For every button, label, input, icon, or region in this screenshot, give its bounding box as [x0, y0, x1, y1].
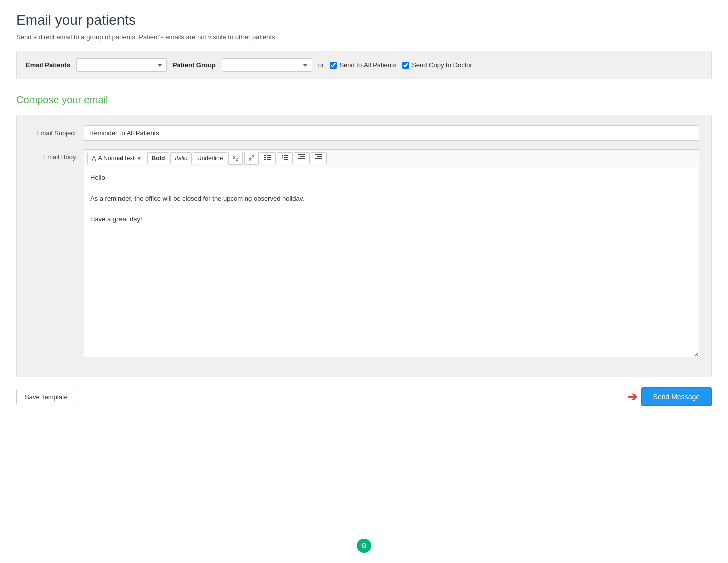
svg-rect-13: [315, 154, 322, 155]
subscript-button[interactable]: x2: [228, 152, 243, 165]
font-style-icon: A: [92, 155, 96, 162]
send-to-all-group: Send to All Patients: [330, 61, 396, 69]
svg-rect-4: [264, 159, 266, 160]
svg-rect-1: [267, 155, 271, 156]
svg-rect-10: [298, 154, 305, 155]
svg-rect-14: [317, 156, 322, 157]
svg-rect-5: [267, 159, 271, 160]
svg-rect-12: [298, 158, 305, 159]
page-subtitle: Send a direct email to a group of patien…: [16, 33, 712, 41]
svg-rect-8: [284, 157, 288, 158]
send-message-button[interactable]: Send Message: [641, 387, 712, 406]
list-ordered-icon: 1.: [281, 154, 288, 160]
indent-decrease-icon: [298, 154, 305, 160]
compose-section-title: Compose your email: [16, 94, 712, 106]
dropdown-arrow-icon: ▼: [137, 156, 142, 161]
or-text: or: [318, 61, 324, 69]
svg-rect-11: [300, 156, 305, 157]
send-copy-group: Send Copy to Doctor: [402, 61, 472, 69]
save-template-button[interactable]: Save Template: [16, 389, 76, 405]
email-patients-label: Email Patients: [26, 61, 70, 69]
svg-rect-15: [315, 158, 322, 159]
list-ordered-button[interactable]: 1.: [277, 152, 293, 165]
underline-button[interactable]: Underline: [193, 152, 227, 165]
body-label: Email Body:: [29, 149, 84, 161]
indent-increase-button[interactable]: [311, 152, 327, 165]
send-copy-label: Send Copy to Doctor: [412, 61, 472, 69]
body-row: Email Body: A A Normal text ▼ Bold Itali…: [29, 149, 699, 359]
italic-button[interactable]: Italic: [170, 152, 192, 165]
svg-rect-7: [284, 155, 288, 156]
compose-area: Email Subject: Email Body: A A Normal te…: [16, 115, 712, 377]
list-unordered-icon: [264, 154, 271, 160]
editor-wrapper: A A Normal text ▼ Bold Italic Underline …: [84, 149, 699, 359]
subject-row: Email Subject:: [29, 125, 699, 141]
subject-input[interactable]: [84, 125, 699, 141]
send-to-all-label: Send to All Patients: [339, 61, 396, 69]
footer-bar: Save Template ➔ Send Message: [16, 387, 712, 406]
indent-decrease-button[interactable]: [294, 152, 310, 165]
indent-increase-icon: [315, 154, 322, 160]
svg-rect-0: [264, 155, 266, 156]
font-style-label: A Normal text: [98, 155, 135, 162]
svg-rect-2: [264, 157, 266, 158]
svg-rect-9: [284, 159, 288, 160]
red-arrow-icon: ➔: [627, 390, 637, 404]
page-title: Email your patients: [16, 12, 712, 28]
patient-group-select[interactable]: [222, 58, 312, 72]
email-patients-select[interactable]: [76, 58, 167, 72]
patient-group-label: Patient Group: [173, 61, 216, 69]
send-action-area: ➔ Send Message: [627, 387, 712, 406]
font-style-dropdown[interactable]: A A Normal text ▼: [87, 153, 146, 164]
editor-toolbar: A A Normal text ▼ Bold Italic Underline …: [84, 149, 699, 167]
send-copy-checkbox[interactable]: [402, 62, 409, 69]
subject-label: Email Subject:: [29, 129, 84, 137]
list-unordered-button[interactable]: [260, 152, 276, 165]
superscript-button[interactable]: x2: [244, 152, 259, 165]
email-body-textarea[interactable]: [84, 167, 699, 357]
send-to-all-checkbox[interactable]: [330, 62, 337, 69]
filter-bar: Email Patients Patient Group or Send to …: [16, 51, 712, 79]
bold-button[interactable]: Bold: [147, 152, 170, 165]
svg-rect-3: [267, 157, 271, 158]
